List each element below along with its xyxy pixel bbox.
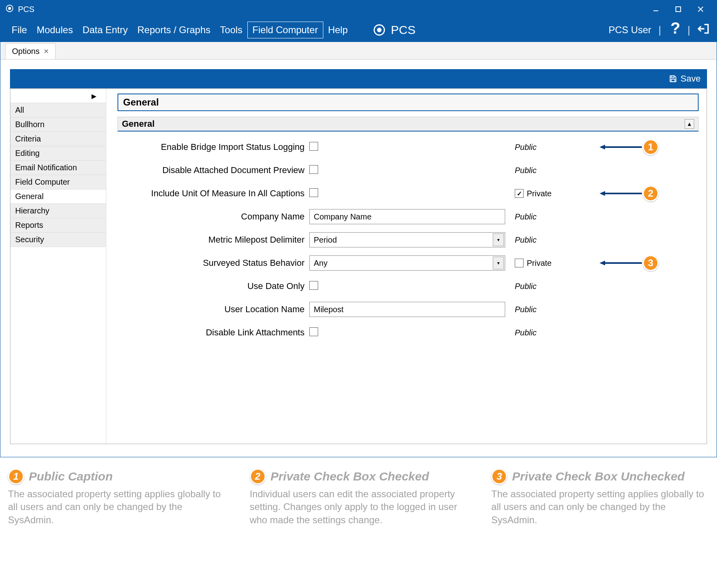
callout-badge: 3 xyxy=(643,255,659,271)
sidebar-item-editing[interactable]: Editing xyxy=(10,146,106,161)
svg-text:?: ? xyxy=(671,21,681,36)
divider: | xyxy=(658,24,661,36)
svg-marker-12 xyxy=(599,145,605,149)
scope-label: Public xyxy=(515,282,595,291)
sidebar-item-security[interactable]: Security xyxy=(10,232,106,247)
menu-modules[interactable]: Modules xyxy=(32,21,78,39)
legend-item: 3Private Check Box UncheckedThe associat… xyxy=(491,468,709,526)
setting-label: User Location Name xyxy=(118,304,309,315)
setting-text-input[interactable] xyxy=(309,209,505,224)
setting-row: Include Unit Of Measure In All CaptionsP… xyxy=(118,182,699,205)
scope-label: Public xyxy=(515,166,595,175)
close-icon[interactable]: ✕ xyxy=(44,48,49,55)
callout-badge: 2 xyxy=(643,185,659,201)
minimize-button[interactable] xyxy=(645,0,667,18)
sidebar-item-general[interactable]: General xyxy=(10,189,106,204)
setting-label: Enable Bridge Import Status Logging xyxy=(118,142,309,152)
svg-marker-16 xyxy=(599,261,605,265)
content-box: ▶ AllBullhornCriteriaEditingEmail Notifi… xyxy=(10,88,707,444)
legend: 1Public CaptionThe associated property s… xyxy=(0,457,717,526)
menu-reports-graphs[interactable]: Reports / Graphs xyxy=(133,21,215,39)
scope-label: Public xyxy=(515,212,595,221)
callout-badge: 2 xyxy=(250,468,266,484)
scope-label: Public xyxy=(515,235,595,245)
svg-rect-9 xyxy=(671,76,674,78)
legend-title-text: Private Check Box Unchecked xyxy=(512,470,685,483)
scope-label: Public xyxy=(515,143,595,152)
chevron-down-icon: ▾ xyxy=(493,257,504,269)
menu-data-entry[interactable]: Data Entry xyxy=(78,21,132,39)
tab-options[interactable]: Options ✕ xyxy=(5,43,56,59)
setting-label: Use Date Only xyxy=(118,281,309,291)
legend-title-text: Public Caption xyxy=(29,470,113,483)
divider: | xyxy=(687,24,690,36)
svg-point-7 xyxy=(378,28,381,32)
setting-checkbox[interactable] xyxy=(309,281,318,290)
setting-checkbox[interactable] xyxy=(309,142,318,151)
sidebar-item-email-notification[interactable]: Email Notification xyxy=(10,160,106,175)
menu-help[interactable]: Help xyxy=(323,21,353,39)
help-icon[interactable]: ? xyxy=(668,21,680,39)
chevron-down-icon: ▾ xyxy=(493,233,504,246)
setting-label: Surveyed Status Behavior xyxy=(118,258,309,268)
svg-marker-14 xyxy=(599,191,605,196)
menu-bar: File Modules Data Entry Reports / Graphs… xyxy=(0,18,717,42)
scope-label: Private xyxy=(515,259,595,268)
save-button[interactable]: Save xyxy=(669,74,701,84)
sidebar-item-all[interactable]: All xyxy=(10,103,106,118)
callout-arrow: 3 xyxy=(599,255,659,271)
setting-label: Metric Milepost Delimiter xyxy=(118,235,309,245)
scope-label: Private xyxy=(515,189,595,198)
tab-label: Options xyxy=(12,47,40,56)
sidebar-item-reports[interactable]: Reports xyxy=(10,218,106,233)
callout-badge: 1 xyxy=(643,139,659,155)
user-label[interactable]: PCS User xyxy=(609,24,651,36)
panel-title: General xyxy=(118,94,699,111)
setting-row: Surveyed Status BehaviorAny▾Private3 xyxy=(118,251,699,275)
menu-tools[interactable]: Tools xyxy=(215,21,247,39)
setting-checkbox[interactable] xyxy=(309,165,318,174)
sidebar-item-criteria[interactable]: Criteria xyxy=(10,132,106,146)
section-header: General ▲ xyxy=(118,117,699,132)
setting-label: Company Name xyxy=(118,211,309,222)
legend-body: The associated property setting applies … xyxy=(8,488,226,526)
sidebar-item-bullhorn[interactable]: Bullhorn xyxy=(10,117,106,132)
brand-label: PCS xyxy=(391,23,416,37)
sidebar-expand-icon[interactable]: ▶ xyxy=(10,89,106,103)
setting-row: User Location NamePublic xyxy=(118,298,699,321)
callout-badge: 1 xyxy=(8,468,24,484)
tab-strip: Options ✕ xyxy=(0,42,717,60)
setting-checkbox[interactable] xyxy=(309,188,318,197)
svg-rect-10 xyxy=(671,79,675,82)
setting-checkbox[interactable] xyxy=(309,327,318,336)
close-button[interactable] xyxy=(689,0,712,18)
callout-arrow: 1 xyxy=(599,139,659,155)
setting-label: Include Unit Of Measure In All Captions xyxy=(118,188,309,199)
title-bar: PCS xyxy=(0,0,717,18)
menu-file[interactable]: File xyxy=(7,21,32,39)
private-checkbox[interactable] xyxy=(515,189,524,198)
form-panel: General General ▲ Enable Bridge Import S… xyxy=(106,89,707,444)
private-checkbox[interactable] xyxy=(515,259,524,267)
setting-select[interactable]: Period▾ xyxy=(309,232,505,247)
setting-row: Metric Milepost DelimiterPeriod▾Public xyxy=(118,228,699,251)
app-icon xyxy=(5,4,14,14)
setting-row: Company NamePublic xyxy=(118,205,699,228)
logout-icon[interactable] xyxy=(697,22,710,38)
setting-text-input[interactable] xyxy=(309,302,505,317)
legend-body: Individual users can edit the associated… xyxy=(250,488,468,526)
svg-point-1 xyxy=(8,7,11,10)
callout-arrow: 2 xyxy=(599,185,659,201)
maximize-button[interactable] xyxy=(667,0,689,18)
collapse-button[interactable]: ▲ xyxy=(685,119,694,129)
menu-field-computer[interactable]: Field Computer xyxy=(247,22,323,38)
sidebar-item-hierarchy[interactable]: Hierarchy xyxy=(10,203,106,218)
scope-label: Public xyxy=(515,305,595,314)
category-sidebar: ▶ AllBullhornCriteriaEditingEmail Notifi… xyxy=(10,89,106,444)
save-label: Save xyxy=(681,74,701,84)
setting-select[interactable]: Any▾ xyxy=(309,255,505,271)
sidebar-item-field-computer[interactable]: Field Computer xyxy=(10,175,106,189)
setting-label: Disable Attached Document Preview xyxy=(118,165,309,175)
legend-item: 2Private Check Box CheckedIndividual use… xyxy=(250,468,468,526)
callout-badge: 3 xyxy=(491,468,507,484)
